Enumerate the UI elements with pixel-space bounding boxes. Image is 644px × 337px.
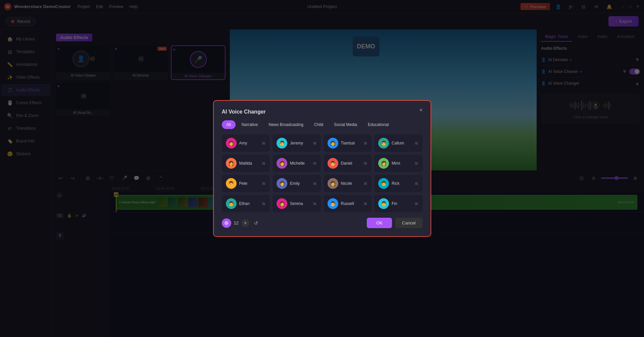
- avatar-serena: 👩: [277, 198, 287, 209]
- filter-tab-educational[interactable]: Educational: [363, 120, 394, 129]
- voice-name-michelle: Michelle: [290, 161, 310, 166]
- avatar-daniel: 👨: [328, 158, 338, 169]
- voice-name-pete: Pete: [239, 181, 259, 186]
- voice-name-callum: Callum: [392, 141, 412, 145]
- wave-icon-tiantsai[interactable]: ≋: [363, 140, 367, 146]
- wave-icon-ethan[interactable]: ≋: [262, 201, 266, 206]
- footer-right: OK Cancel: [367, 218, 422, 228]
- cancel-button[interactable]: Cancel: [395, 218, 422, 228]
- filter-tab-social-media[interactable]: Social Media: [329, 120, 362, 129]
- voice-name-nicole: Nicole: [341, 181, 361, 186]
- ok-button[interactable]: OK: [367, 218, 392, 228]
- dialog-overlay: AI Voice Changer × All Narrative News Br…: [0, 0, 644, 337]
- wave-icon-michelle[interactable]: ≋: [313, 161, 317, 166]
- voice-card-russell[interactable]: 👨 Russell ≋: [324, 195, 372, 212]
- voice-card-nicole[interactable]: 👩 Nicole ≋: [324, 175, 372, 192]
- voice-name-mimi: Mimi: [392, 161, 412, 166]
- voice-card-ethan[interactable]: 👨 Ethan ≋: [222, 195, 270, 212]
- voice-card-michelle[interactable]: 👩 Michelle ≋: [273, 155, 321, 172]
- wave-icon-daniel[interactable]: ≋: [363, 161, 367, 166]
- dialog-footer: ⊕ 12 + ↺ OK Cancel: [222, 218, 423, 228]
- wave-icon-nicole[interactable]: ≋: [363, 181, 367, 186]
- voice-name-russell: Russell: [341, 201, 361, 206]
- avatar-ethan: 👨: [226, 198, 237, 209]
- add-more-button[interactable]: +: [241, 219, 249, 227]
- add-voices-circle[interactable]: ⊕: [222, 218, 231, 228]
- voice-card-mimi[interactable]: 👩 Mimi ≋: [374, 155, 423, 172]
- avatar-mimi: 👩: [378, 158, 389, 169]
- wave-icon-callum[interactable]: ≋: [414, 140, 418, 146]
- filter-tabs: All Narrative News Broadcasting Child So…: [222, 120, 423, 129]
- voice-name-ethan: Ethan: [239, 201, 259, 206]
- voice-card-fin[interactable]: 👨 Fin ≋: [374, 195, 423, 212]
- ai-voice-changer-dialog: AI Voice Changer × All Narrative News Br…: [213, 100, 431, 237]
- voice-card-tiantsai[interactable]: 👩 Tiantsai ≋: [324, 134, 372, 152]
- voice-name-serena: Serena: [290, 201, 310, 206]
- footer-left: ⊕ 12 + ↺: [222, 218, 260, 228]
- filter-tab-narrative[interactable]: Narrative: [237, 120, 263, 129]
- voice-grid: 👩 Amy ≋ 👨 Jeremy ≋ 👩 Tiantsai ≋ 👨 Callum…: [222, 134, 423, 212]
- avatar-emily: 👩: [277, 178, 287, 189]
- voice-name-fin: Fin: [392, 201, 412, 206]
- voice-name-rick: Rick: [392, 181, 412, 186]
- voice-card-daniel[interactable]: 👨 Daniel ≋: [324, 155, 372, 172]
- avatar-russell: 👨: [328, 198, 338, 209]
- voice-card-pete[interactable]: 👨 Pete ≋: [222, 175, 270, 192]
- filter-tab-news-broadcasting[interactable]: News Broadcasting: [264, 120, 308, 129]
- avatar-rick: 👨: [378, 178, 389, 189]
- voice-name-tiantsai: Tiantsai: [341, 141, 361, 145]
- wave-icon-emily[interactable]: ≋: [313, 181, 317, 186]
- voice-card-emily[interactable]: 👩 Emily ≋: [273, 175, 321, 192]
- avatar-michelle: 👩: [277, 158, 287, 169]
- wave-icon-pete[interactable]: ≋: [262, 181, 266, 186]
- wave-icon-jeremy[interactable]: ≋: [313, 140, 317, 146]
- avatar-pete: 👨: [226, 178, 237, 189]
- voice-name-matilda: Matilda: [239, 161, 259, 166]
- avatar-fin: 👨: [378, 198, 389, 209]
- refresh-button[interactable]: ↺: [252, 219, 260, 227]
- voice-card-serena[interactable]: 👩 Serena ≋: [273, 195, 321, 212]
- avatar-amy: 👩: [226, 138, 237, 149]
- voice-card-jeremy[interactable]: 👨 Jeremy ≋: [273, 134, 321, 152]
- dialog-title: AI Voice Changer: [222, 109, 423, 115]
- wave-icon-matilda[interactable]: ≋: [262, 161, 266, 166]
- avatar-matilda: 👩: [226, 158, 237, 169]
- voice-card-matilda[interactable]: 👩 Matilda ≋: [222, 155, 270, 172]
- voice-name-daniel: Daniel: [341, 161, 361, 166]
- avatar-callum: 👨: [378, 138, 389, 149]
- wave-icon-serena[interactable]: ≋: [313, 201, 317, 206]
- filter-tab-all[interactable]: All: [222, 120, 236, 129]
- voice-name-jeremy: Jeremy: [290, 141, 310, 145]
- voice-name-emily: Emily: [290, 181, 310, 186]
- voice-name-amy: Amy: [239, 141, 259, 145]
- wave-icon-russell[interactable]: ≋: [363, 201, 367, 206]
- avatar-nicole: 👩: [328, 178, 338, 189]
- wave-icon-mimi[interactable]: ≋: [414, 161, 418, 166]
- voice-card-rick[interactable]: 👨 Rick ≋: [374, 175, 423, 192]
- avatar-tiantsai: 👩: [328, 138, 338, 149]
- dialog-close-button[interactable]: ×: [417, 106, 425, 114]
- voice-count: 12: [234, 220, 239, 225]
- wave-icon-rick[interactable]: ≋: [414, 181, 418, 186]
- avatar-jeremy: 👨: [277, 138, 287, 149]
- voice-card-callum[interactable]: 👨 Callum ≋: [374, 134, 423, 152]
- voice-card-amy[interactable]: 👩 Amy ≋: [222, 134, 270, 152]
- wave-icon-amy[interactable]: ≋: [262, 140, 266, 146]
- wave-icon-fin[interactable]: ≋: [414, 201, 418, 206]
- filter-tab-child[interactable]: Child: [309, 120, 328, 129]
